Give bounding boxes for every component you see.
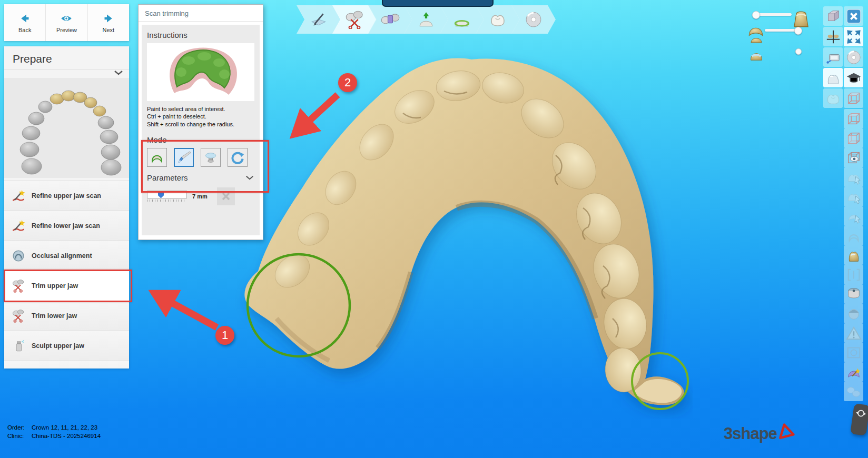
order-status: Order: Crown 12, 11, 21, 22, 23 Clinic: … (7, 424, 101, 439)
purple-jaw-wand-icon (846, 364, 862, 380)
magic-wand-icon (12, 219, 25, 233)
collapsed-top-menu[interactable] (382, 0, 494, 7)
snapshot-button[interactable] (823, 47, 843, 67)
pick-lower-tooth-button-disabled[interactable] (844, 187, 863, 206)
back-button[interactable]: Back (4, 4, 46, 41)
image-overlay-button-disabled[interactable] (844, 343, 863, 362)
insertion-arrow-icon (417, 11, 435, 28)
close-view-button[interactable] (844, 6, 863, 26)
clinic-value: China-TDS - 2025246914 (32, 433, 101, 439)
occlusal-icon (12, 249, 25, 263)
jaw-scan-3d-model[interactable] (229, 45, 693, 419)
wireframe-cube-icon (846, 91, 862, 106)
instruction-line: Shift + scroll to change the radius. (147, 121, 254, 128)
next-button[interactable]: Next (88, 4, 129, 41)
frame-icon (846, 267, 862, 283)
die-tooth-button[interactable] (844, 245, 863, 265)
grinder-tool-button[interactable] (844, 284, 863, 304)
wire-cube-top-button[interactable] (844, 109, 863, 128)
tooth-view-button[interactable] (823, 68, 843, 87)
logo-text: 3shape (724, 424, 777, 443)
cube-eye-view-button[interactable] (844, 148, 863, 167)
crown-icon (825, 91, 841, 106)
item-label: Sculpt upper jaw (32, 342, 84, 350)
panel-body: Instructions Paint to select area of int… (142, 25, 260, 235)
frame-section-button-disabled[interactable] (844, 265, 863, 284)
visibility-handle[interactable] (795, 48, 802, 55)
preview-button[interactable]: Preview (46, 4, 87, 41)
crown-view-button-disabled[interactable] (823, 88, 843, 108)
logo-triangle-icon (778, 421, 799, 443)
smile-design-button[interactable] (844, 362, 863, 382)
annotation-badge-1: 1 (215, 326, 234, 345)
tooth-icon (825, 70, 841, 86)
annotation-box-trim-upper-jaw (4, 270, 132, 302)
sidebar-item-sculpt-lower-jaw[interactable]: Sculpt lower jaw (4, 361, 129, 369)
sectioned-teeth-icon (381, 10, 400, 29)
scissors-icon (12, 309, 25, 323)
item-label: Trim lower jaw (32, 312, 77, 320)
jaw-outline-icon (846, 228, 862, 244)
instruction-line: Ctrl + paint to deselect. (147, 113, 254, 120)
graduation-cap-icon (846, 70, 862, 86)
crown-icon (489, 11, 507, 28)
fit-to-view-button[interactable] (844, 27, 863, 46)
grinder-icon (846, 286, 862, 302)
trim-scissors-icon (345, 10, 364, 29)
export-cd-button[interactable] (844, 47, 863, 67)
pick-upper-tooth-button-disabled[interactable] (844, 167, 863, 187)
instructions-heading: Instructions (147, 31, 254, 39)
wire-cube-front-button[interactable] (844, 128, 863, 148)
patient-face-button-disabled[interactable] (844, 304, 863, 323)
camera-icon (825, 49, 841, 65)
nav-toolbar: Back Preview Next (4, 4, 129, 41)
wire-cube-button[interactable] (844, 88, 863, 108)
tutorial-button[interactable] (844, 68, 863, 87)
visibility-handle[interactable] (752, 11, 760, 19)
jaw-arch-preview (4, 78, 129, 178)
radius-value: 7 mm (192, 193, 208, 200)
sidebar-item-occlusal-alignment[interactable]: Occlusal alignment (4, 241, 129, 271)
view-cube-button[interactable] (823, 6, 843, 26)
eye-icon (60, 12, 73, 25)
3shape-dental-designer-window: { "header": { "back": "Back", "preview":… (0, 0, 868, 458)
item-label: Refine lower jaw scan (32, 222, 100, 230)
panel-title: Scan trimming (139, 5, 263, 22)
instructions-image (147, 43, 254, 101)
sidebar-item-refine-lower-jaw[interactable]: Refine lower jaw scan (4, 211, 129, 241)
next-arrow-icon (102, 12, 115, 25)
sidebar-item-refine-upper-jaw[interactable]: Refine upper jaw scan (4, 181, 129, 211)
magic-wand-icon (12, 189, 25, 203)
jaw-cursor-icon (846, 208, 862, 224)
both-jaws-button-disabled[interactable] (844, 382, 863, 401)
pick-jaw-button-disabled[interactable] (844, 206, 863, 226)
workflow-step-prepare-order[interactable] (297, 5, 341, 34)
sidebar-item-trim-lower-jaw[interactable]: Trim lower jaw (4, 301, 129, 331)
prep-tooth-icon[interactable] (789, 7, 813, 29)
clinic-label: Clinic: (7, 433, 32, 439)
picture-icon (846, 345, 862, 361)
teeth-pair-icon (846, 384, 862, 400)
small-dome-icon (750, 36, 763, 43)
scan-trimming-panel: Scan trimming Instructions Paint to sele… (138, 4, 263, 240)
banded-tooth-icon[interactable] (748, 46, 765, 62)
cube-eye-icon (846, 150, 862, 166)
pan-icon (854, 407, 867, 420)
visibility-handle[interactable] (794, 27, 802, 35)
annotation-badge-2: 2 (338, 73, 357, 92)
slider-ticks (147, 200, 186, 202)
chevron-down-icon[interactable] (113, 69, 124, 76)
jaw-outline-button-disabled[interactable] (844, 226, 863, 245)
3shape-logo: 3shape (724, 421, 799, 443)
warning-triangle-icon (846, 325, 862, 341)
cube-icon (825, 8, 841, 24)
next-label: Next (103, 27, 115, 33)
warnings-button-disabled[interactable] (844, 323, 863, 343)
back-arrow-icon (18, 12, 31, 25)
annotation-box-mode (141, 140, 269, 193)
wireframe-cube-icon (846, 131, 862, 146)
order-value: Crown 12, 11, 21, 22, 23 (32, 424, 101, 431)
sidebar-item-sculpt-upper-jaw[interactable]: Sculpt upper jaw (4, 331, 129, 361)
face-icon (846, 306, 862, 322)
axis-view-button[interactable] (823, 27, 843, 46)
